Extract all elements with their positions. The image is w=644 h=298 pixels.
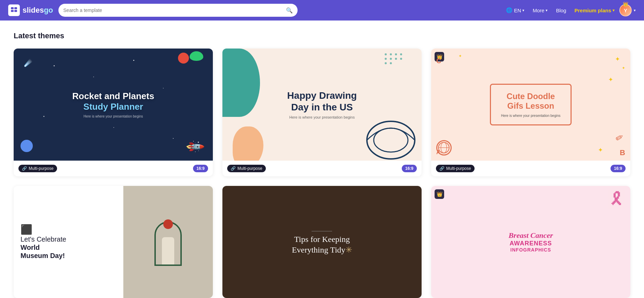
- lang-label: EN: [514, 8, 521, 13]
- card2-title: Happy Drawing Day in the US: [287, 90, 357, 113]
- ribbon-icon: 🎗: [608, 189, 625, 209]
- premium-dropdown-arrow: ▾: [613, 8, 615, 13]
- card6-title3: INFOGRAPHICS: [508, 247, 553, 253]
- theme-card-cancer[interactable]: 👑 🎗 Breast Cancer AWARENESS INFOGRAPHICS: [431, 186, 630, 298]
- themes-grid-bottom: ⬛ Let's CelebrateWorldMuseum Day!: [14, 186, 630, 298]
- card1-text: Rocket and Planets Study Planner Here is…: [72, 91, 154, 118]
- card3-subtitle: Here is where your presentation begins: [501, 114, 561, 118]
- pen-decoration: ✏: [613, 131, 626, 145]
- card-preview-tips: Tips for KeepingEverything Tidy✳: [222, 186, 422, 298]
- badge-label: Multi-purpose: [446, 166, 471, 171]
- letter-c: C: [436, 57, 441, 65]
- letter-b: B: [620, 148, 625, 157]
- card5-text: Tips for KeepingEverything Tidy✳: [292, 228, 352, 255]
- nav-blog[interactable]: Blog: [552, 5, 570, 15]
- nav-more[interactable]: More ▾: [529, 5, 551, 15]
- svg-point-11: [390, 58, 392, 60]
- card-meta-drawing: 🔗 Multi-purpose 16:9: [222, 161, 422, 176]
- theme-card-rocket[interactable]: ☄️ 🚀 Rocket and Planets Study Planner He…: [14, 49, 213, 176]
- card6-title1: Breast Cancer: [508, 231, 553, 240]
- card4-title: Let's CelebrateWorldMuseum Day!: [20, 235, 66, 260]
- planet-green: [190, 51, 203, 61]
- card-meta-rocket: 🔗 Multi-purpose 16:9: [14, 161, 213, 176]
- theme-card-museum[interactable]: ⬛ Let's CelebrateWorldMuseum Day!: [14, 186, 213, 298]
- theme-card-drawing[interactable]: Happy Drawing Day in the US Here is wher…: [222, 49, 422, 176]
- sparkle1: ✦: [615, 55, 620, 63]
- theme-card-tips[interactable]: Tips for KeepingEverything Tidy✳: [222, 186, 422, 298]
- site-header: slidesgo 🔍 🌐 EN ▾ More ▾ Blog Premium pl…: [0, 0, 644, 21]
- card-preview-museum: ⬛ Let's CelebrateWorldMuseum Day!: [14, 186, 213, 298]
- section-title: Latest themes: [14, 31, 630, 40]
- search-input[interactable]: [63, 8, 283, 13]
- svg-rect-2: [11, 10, 14, 12]
- card6-title2: AWARENESS: [508, 240, 553, 247]
- avatar[interactable]: 👑 Y: [619, 4, 632, 16]
- site-logo[interactable]: slidesgo: [8, 4, 53, 16]
- premium-label: Premium plans: [574, 8, 611, 13]
- logo-text-accent: go: [44, 6, 53, 14]
- logo-icon: [8, 4, 20, 16]
- card5-title: Tips for KeepingEverything Tidy✳: [292, 234, 352, 255]
- svg-rect-1: [14, 7, 17, 9]
- sparkle5: ✦: [458, 54, 462, 58]
- card3-frame: Cute Doodle Gifs Lesson Here is where yo…: [490, 84, 572, 126]
- user-menu[interactable]: 👑 Y ▾: [619, 4, 636, 16]
- card3-title: Cute Doodle Gifs Lesson: [501, 92, 561, 111]
- search-bar[interactable]: 🔍: [58, 4, 298, 17]
- planet-blue: [20, 140, 33, 152]
- nav-premium-plans[interactable]: Premium plans ▾: [571, 5, 618, 15]
- svg-point-5: [374, 128, 408, 152]
- card2-subtitle: Here is where your presentation begins: [287, 115, 357, 119]
- badge-label: Multi-purpose: [29, 166, 54, 171]
- doodle-svg: [360, 106, 422, 161]
- svg-point-10: [385, 58, 387, 60]
- svg-point-8: [395, 53, 397, 55]
- svg-point-15: [390, 62, 392, 64]
- sparkle4: ✦: [598, 146, 603, 154]
- blob1: [222, 49, 260, 117]
- card-meta-doodle: 🔗 Multi-purpose 16:9: [431, 161, 630, 176]
- themes-grid-top: ☄️ 🚀 Rocket and Planets Study Planner He…: [14, 49, 630, 176]
- link-icon: 🔗: [22, 166, 27, 171]
- card6-text: Breast Cancer AWARENESS INFOGRAPHICS: [508, 231, 553, 253]
- comet-icon: ☄️: [24, 59, 32, 67]
- svg-point-9: [400, 53, 402, 55]
- category-badge[interactable]: 🔗 Multi-purpose: [436, 165, 475, 172]
- globe-icon: 🌐: [506, 7, 512, 13]
- sparkle2: ✦: [622, 66, 625, 70]
- category-badge[interactable]: 🔗 Multi-purpose: [18, 165, 57, 172]
- blog-label: Blog: [556, 8, 566, 13]
- sparkle3: ✦: [608, 76, 613, 83]
- main-nav: 🌐 EN ▾ More ▾ Blog Premium plans ▾ 👑 Y ▾: [503, 4, 636, 16]
- card5-line: [312, 231, 332, 231]
- category-badge[interactable]: 🔗 Multi-purpose: [227, 165, 266, 172]
- avatar-dropdown-arrow: ▾: [634, 8, 636, 13]
- card1-subtitle: Here is where your presentation begins: [72, 114, 154, 118]
- svg-point-7: [390, 53, 392, 55]
- dots-decoration: [384, 53, 405, 68]
- more-dropdown-arrow: ▾: [546, 8, 548, 13]
- card1-title: Rocket and Planets Study Planner: [72, 91, 154, 112]
- ratio-badge: 16:9: [402, 165, 417, 172]
- card4-arch: [123, 186, 213, 298]
- card4-text: ⬛ Let's CelebrateWorldMuseum Day!: [20, 224, 66, 260]
- nav-language[interactable]: 🌐 EN ▾: [503, 5, 528, 15]
- more-label: More: [533, 8, 544, 13]
- svg-point-14: [385, 62, 387, 64]
- card-preview-cancer: 👑 🎗 Breast Cancer AWARENESS INFOGRAPHICS: [431, 186, 630, 298]
- rocket-icon: 🚀: [184, 136, 206, 157]
- avatar-letter: Y: [624, 8, 627, 13]
- logo-text-main: slides: [23, 6, 44, 14]
- planet-red: [178, 53, 189, 64]
- svg-rect-3: [14, 10, 17, 12]
- ratio-badge: 16:9: [193, 165, 208, 172]
- card2-text: Happy Drawing Day in the US Here is wher…: [287, 90, 357, 119]
- blob2: [233, 126, 263, 161]
- card-preview-doodle: 👑 ✦ ✦ ✦ ✦ ✦ C A B: [431, 49, 630, 161]
- svg-point-13: [400, 58, 402, 60]
- search-icon: 🔍: [286, 7, 293, 14]
- globe-decoration: [436, 140, 452, 155]
- card-preview-rocket: ☄️ 🚀 Rocket and Planets Study Planner He…: [14, 49, 213, 161]
- theme-card-doodle[interactable]: 👑 ✦ ✦ ✦ ✦ ✦ C A B: [431, 49, 630, 176]
- link-icon: 🔗: [439, 166, 444, 171]
